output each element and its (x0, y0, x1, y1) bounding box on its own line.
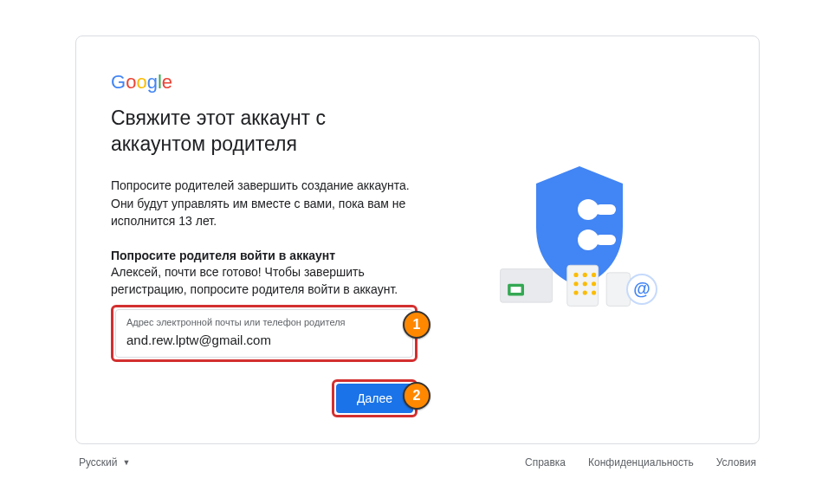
section-subdesc: Алексей, почти все готово! Чтобы заверши… (111, 264, 418, 298)
svg-point-14 (573, 290, 578, 294)
svg-rect-1 (595, 204, 616, 215)
parent-email-input[interactable] (126, 333, 402, 347)
footer-links: Справка Конфиденциальность Условия (525, 456, 756, 468)
input-label: Адрес электронной почты или телефон роди… (126, 317, 402, 328)
page-title: Свяжите этот аккаунт с аккаунтом родител… (111, 106, 418, 158)
svg-point-15 (583, 290, 587, 294)
privacy-link[interactable]: Конфиденциальность (588, 456, 694, 468)
help-link[interactable]: Справка (525, 456, 566, 468)
signup-card: Google Свяжите этот аккаунт с аккаунтом … (75, 36, 760, 443)
svg-point-8 (573, 273, 578, 277)
input-highlight: Адрес электронной почты или телефон роди… (111, 305, 418, 361)
svg-point-12 (583, 281, 587, 286)
language-selector[interactable]: Русский ▼ (79, 456, 130, 468)
svg-point-10 (592, 273, 596, 277)
google-logo: Google (111, 71, 418, 94)
next-button[interactable]: Далее (336, 384, 413, 413)
svg-point-13 (592, 281, 596, 286)
footer: Русский ▼ Справка Конфиденциальность Усл… (75, 444, 760, 468)
section-subhead: Попросите родителя войти в аккаунт (111, 249, 418, 262)
button-highlight: Далее 2 (332, 379, 418, 417)
language-label: Русский (79, 456, 118, 468)
terms-link[interactable]: Условия (716, 456, 756, 468)
privacy-illustration: @ (484, 166, 657, 322)
svg-rect-6 (511, 287, 521, 293)
svg-point-16 (592, 290, 596, 294)
svg-point-11 (573, 281, 578, 286)
description-text: Попросите родителей завершить создание а… (111, 177, 418, 229)
form-section: Google Свяжите этот аккаунт с аккаунтом … (111, 71, 418, 417)
illustration-section: @ (418, 71, 724, 417)
svg-rect-3 (595, 235, 616, 245)
at-icon: @ (626, 274, 657, 305)
parent-email-field-container[interactable]: Адрес электронной почты или телефон роди… (115, 309, 413, 357)
annotation-marker-2: 2 (403, 382, 430, 410)
svg-point-9 (583, 273, 587, 277)
chevron-down-icon: ▼ (123, 458, 131, 467)
